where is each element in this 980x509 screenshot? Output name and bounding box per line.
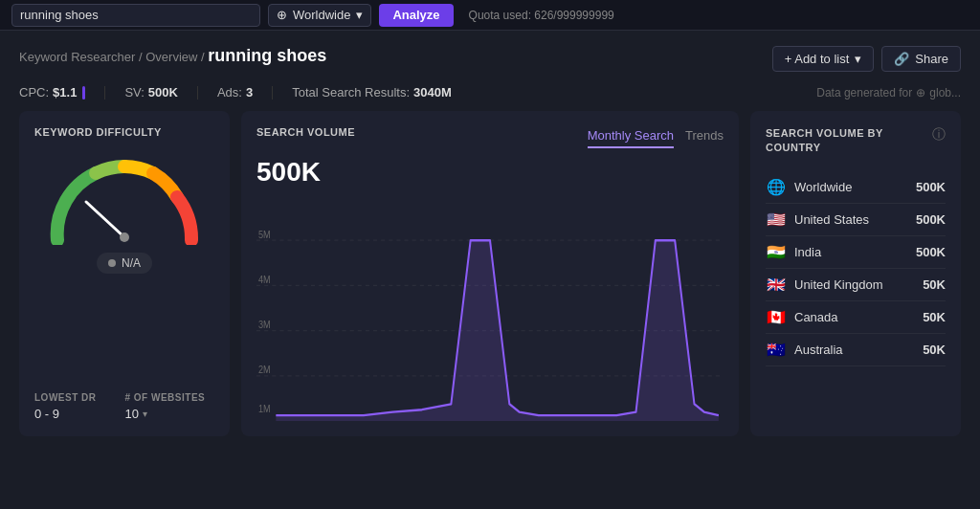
analyze-button[interactable]: Analyze bbox=[379, 4, 453, 27]
tab-trends[interactable]: Trends bbox=[685, 128, 724, 148]
cpc-label: CPC: bbox=[19, 85, 49, 100]
cpc-indicator bbox=[82, 86, 85, 100]
country-value: 500K bbox=[916, 212, 946, 227]
sv-card-title: SEARCH VOLUME bbox=[256, 126, 355, 138]
svg-text:5M: 5M bbox=[258, 229, 271, 240]
dropdown-arrow-icon: ▾ bbox=[143, 409, 147, 419]
list-item[interactable]: 🇬🇧 United Kingdom 50K bbox=[766, 269, 946, 301]
total-label: Total Search Results: bbox=[292, 85, 410, 100]
quota-text: Quota used: 626/999999999 bbox=[469, 9, 614, 22]
chevron-down-icon: ▾ bbox=[855, 52, 861, 66]
websites-label: # OF WEBSITES bbox=[125, 392, 206, 403]
header-actions: + Add to list ▾ 🔗 Share bbox=[772, 46, 961, 72]
svg-line-0 bbox=[86, 202, 124, 237]
data-generated: Data generated for ⊕ glob... bbox=[816, 86, 961, 100]
country-name: United Kingdom bbox=[794, 277, 915, 292]
svg-text:3M: 3M bbox=[258, 320, 271, 331]
country-value: 50K bbox=[923, 343, 946, 357]
add-to-list-label: + Add to list bbox=[785, 52, 850, 66]
share-label: Share bbox=[915, 52, 948, 66]
chevron-down-icon: ▾ bbox=[356, 8, 363, 22]
lowest-dr-label: LOWEST DR bbox=[34, 392, 97, 403]
divider-1 bbox=[104, 86, 105, 100]
sv-big-value: 500K bbox=[256, 157, 724, 188]
websites-value: 10 ▾ bbox=[125, 407, 206, 421]
search-input[interactable] bbox=[11, 4, 260, 27]
country-name: Worldwide bbox=[794, 180, 908, 194]
kd-badge-dot bbox=[108, 259, 116, 267]
list-item[interactable]: 🌐 Worldwide 500K bbox=[766, 171, 946, 204]
info-icon: ⓘ bbox=[932, 126, 946, 144]
sv-stat: SV: 500K bbox=[124, 85, 178, 100]
sv-tabs: Monthly Search Trends bbox=[588, 128, 724, 148]
country-value: 500K bbox=[916, 245, 946, 259]
country-flag: 🇮🇳 bbox=[766, 243, 787, 261]
share-button[interactable]: 🔗 Share bbox=[881, 46, 961, 72]
kd-footer: LOWEST DR 0 - 9 # OF WEBSITES 10 ▾ bbox=[34, 392, 214, 421]
svg-text:2M: 2M bbox=[258, 365, 271, 376]
breadcrumb-text: Keyword Researcher / Overview / bbox=[19, 50, 205, 64]
sv-value: 500K bbox=[148, 85, 178, 100]
volume-chart: 5M 4M 3M 2M 1M Feb 2020 Jan 2021 Dec 202… bbox=[256, 195, 724, 421]
list-item[interactable]: 🇮🇳 India 500K bbox=[766, 236, 946, 269]
stats-bar: CPC: $1.1 SV: 500K Ads: 3 Total Search R… bbox=[0, 81, 980, 111]
svg-point-1 bbox=[120, 232, 129, 242]
country-flag: 🌐 bbox=[766, 178, 787, 196]
ads-label: Ads: bbox=[217, 85, 242, 100]
total-value: 3040M bbox=[413, 85, 452, 100]
kd-badge: N/A bbox=[97, 253, 152, 274]
list-item[interactable]: 🇦🇺 Australia 50K bbox=[766, 334, 946, 366]
breadcrumb-section: Keyword Researcher / Overview / running … bbox=[19, 46, 326, 66]
keyword-difficulty-card: KEYWORD DIFFICULTY N/A bbox=[19, 111, 230, 436]
num-websites: # OF WEBSITES 10 ▾ bbox=[125, 392, 206, 421]
ads-stat: Ads: 3 bbox=[217, 85, 253, 100]
link-icon: 🔗 bbox=[894, 52, 909, 66]
main-content: KEYWORD DIFFICULTY N/A bbox=[0, 111, 980, 436]
keyword-title: running shoes bbox=[208, 46, 326, 65]
svg-text:4M: 4M bbox=[258, 274, 271, 285]
kd-badge-value: N/A bbox=[122, 256, 141, 270]
gauge-chart bbox=[43, 149, 206, 245]
globe-small-icon: ⊕ bbox=[916, 86, 925, 100]
top-bar: ⊕ Worldwide ▾ Analyze Quota used: 626/99… bbox=[0, 0, 980, 31]
svg-text:1M: 1M bbox=[258, 403, 271, 414]
country-card-header: SEARCH VOLUME BY COUNTRY ⓘ bbox=[766, 126, 946, 156]
lowest-dr-value: 0 - 9 bbox=[34, 407, 97, 421]
location-selector[interactable]: ⊕ Worldwide ▾ bbox=[268, 4, 371, 27]
ads-value: 3 bbox=[246, 85, 253, 100]
country-value: 50K bbox=[923, 277, 946, 292]
country-name: Australia bbox=[794, 343, 915, 357]
total-stat: Total Search Results: 3040M bbox=[292, 85, 452, 100]
country-name: Canada bbox=[794, 310, 915, 324]
country-value: 500K bbox=[916, 180, 946, 194]
country-flag: 🇦🇺 bbox=[766, 341, 787, 359]
cpc-stat: CPC: $1.1 bbox=[19, 85, 85, 100]
country-value: 50K bbox=[923, 310, 946, 324]
breadcrumb: Keyword Researcher / Overview / running … bbox=[19, 46, 326, 66]
search-volume-card: SEARCH VOLUME Monthly Search Trends 500K… bbox=[241, 111, 739, 436]
country-name: India bbox=[794, 245, 908, 259]
country-list: 🌐 Worldwide 500K 🇺🇸 United States 500K 🇮… bbox=[766, 171, 946, 366]
tab-monthly-search[interactable]: Monthly Search bbox=[588, 128, 674, 148]
list-item[interactable]: 🇨🇦 Canada 50K bbox=[766, 301, 946, 334]
header-area: Keyword Researcher / Overview / running … bbox=[0, 31, 980, 81]
cpc-value: $1.1 bbox=[53, 85, 77, 100]
country-card: SEARCH VOLUME BY COUNTRY ⓘ 🌐 Worldwide 5… bbox=[750, 111, 961, 436]
add-to-list-button[interactable]: + Add to list ▾ bbox=[772, 46, 875, 72]
lowest-dr: LOWEST DR 0 - 9 bbox=[34, 392, 97, 421]
divider-3 bbox=[272, 86, 273, 100]
kd-card-title: KEYWORD DIFFICULTY bbox=[34, 126, 162, 138]
sv-label: SV: bbox=[124, 85, 144, 100]
country-flag: 🇺🇸 bbox=[766, 210, 787, 229]
divider-2 bbox=[197, 86, 198, 100]
country-card-title: SEARCH VOLUME BY COUNTRY bbox=[766, 126, 932, 156]
data-generated-suffix: glob... bbox=[929, 86, 961, 100]
gauge-container: N/A bbox=[34, 149, 214, 274]
location-label: Worldwide bbox=[293, 8, 350, 22]
list-item[interactable]: 🇺🇸 United States 500K bbox=[766, 204, 946, 236]
chart-area: 5M 4M 3M 2M 1M Feb 2020 Jan 2021 Dec 202… bbox=[256, 195, 724, 421]
globe-icon: ⊕ bbox=[277, 8, 287, 22]
country-name: United States bbox=[794, 212, 908, 227]
country-flag: 🇬🇧 bbox=[766, 276, 787, 294]
sv-header: SEARCH VOLUME Monthly Search Trends bbox=[256, 126, 724, 149]
